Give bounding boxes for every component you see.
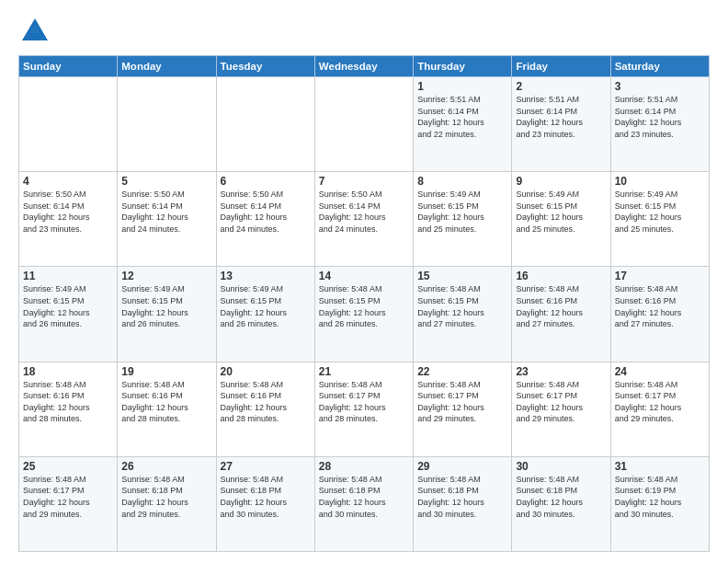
week-row-1: 1Sunrise: 5:51 AM Sunset: 6:14 PM Daylig…	[19, 77, 710, 172]
day-cell: 6Sunrise: 5:50 AM Sunset: 6:14 PM Daylig…	[216, 172, 314, 267]
day-info: Sunrise: 5:48 AM Sunset: 6:17 PM Dayligh…	[23, 474, 113, 520]
day-cell: 14Sunrise: 5:48 AM Sunset: 6:15 PM Dayli…	[314, 267, 413, 362]
day-cell: 11Sunrise: 5:49 AM Sunset: 6:15 PM Dayli…	[19, 267, 118, 362]
day-cell: 23Sunrise: 5:48 AM Sunset: 6:17 PM Dayli…	[512, 362, 610, 456]
day-number: 2	[516, 80, 606, 93]
day-number: 23	[516, 365, 606, 378]
day-number: 27	[221, 460, 311, 473]
day-number: 18	[23, 365, 113, 378]
day-info: Sunrise: 5:48 AM Sunset: 6:18 PM Dayligh…	[221, 474, 311, 520]
day-cell: 22Sunrise: 5:48 AM Sunset: 6:17 PM Dayli…	[414, 362, 512, 456]
day-number: 12	[121, 270, 211, 282]
week-row-5: 25Sunrise: 5:48 AM Sunset: 6:17 PM Dayli…	[19, 456, 710, 551]
day-number: 19	[121, 365, 211, 378]
calendar-body: 1Sunrise: 5:51 AM Sunset: 6:14 PM Daylig…	[19, 77, 710, 552]
day-cell: 27Sunrise: 5:48 AM Sunset: 6:18 PM Dayli…	[216, 456, 314, 551]
day-info: Sunrise: 5:48 AM Sunset: 6:16 PM Dayligh…	[516, 283, 606, 329]
logo-icon	[18, 15, 51, 48]
day-cell	[19, 77, 118, 172]
day-number: 7	[319, 175, 409, 188]
day-info: Sunrise: 5:48 AM Sunset: 6:15 PM Dayligh…	[417, 283, 507, 329]
day-number: 21	[319, 365, 409, 378]
day-info: Sunrise: 5:50 AM Sunset: 6:14 PM Dayligh…	[319, 189, 409, 235]
day-cell: 19Sunrise: 5:48 AM Sunset: 6:16 PM Dayli…	[118, 362, 216, 456]
day-number: 13	[221, 270, 311, 282]
day-info: Sunrise: 5:48 AM Sunset: 6:17 PM Dayligh…	[319, 379, 409, 425]
day-number: 26	[121, 460, 211, 473]
day-info: Sunrise: 5:49 AM Sunset: 6:15 PM Dayligh…	[615, 189, 705, 235]
day-cell: 8Sunrise: 5:49 AM Sunset: 6:15 PM Daylig…	[414, 172, 512, 267]
day-info: Sunrise: 5:49 AM Sunset: 6:15 PM Dayligh…	[121, 283, 211, 329]
day-info: Sunrise: 5:49 AM Sunset: 6:15 PM Dayligh…	[221, 283, 311, 329]
logo	[18, 15, 55, 48]
day-cell: 17Sunrise: 5:48 AM Sunset: 6:16 PM Dayli…	[610, 267, 709, 362]
day-cell: 4Sunrise: 5:50 AM Sunset: 6:14 PM Daylig…	[19, 172, 118, 267]
day-info: Sunrise: 5:48 AM Sunset: 6:16 PM Dayligh…	[121, 379, 211, 425]
day-cell: 12Sunrise: 5:49 AM Sunset: 6:15 PM Dayli…	[118, 267, 216, 362]
day-number: 8	[417, 175, 507, 188]
day-cell: 30Sunrise: 5:48 AM Sunset: 6:18 PM Dayli…	[512, 456, 610, 551]
day-info: Sunrise: 5:48 AM Sunset: 6:18 PM Dayligh…	[319, 474, 409, 520]
day-number: 5	[121, 175, 211, 188]
day-info: Sunrise: 5:49 AM Sunset: 6:15 PM Dayligh…	[516, 189, 606, 235]
day-info: Sunrise: 5:51 AM Sunset: 6:14 PM Dayligh…	[417, 94, 507, 140]
day-number: 30	[516, 460, 606, 473]
day-cell: 21Sunrise: 5:48 AM Sunset: 6:17 PM Dayli…	[314, 362, 413, 456]
day-cell	[216, 77, 314, 172]
day-info: Sunrise: 5:48 AM Sunset: 6:18 PM Dayligh…	[121, 474, 211, 520]
day-info: Sunrise: 5:49 AM Sunset: 6:15 PM Dayligh…	[23, 283, 113, 329]
day-cell: 3Sunrise: 5:51 AM Sunset: 6:14 PM Daylig…	[610, 77, 709, 172]
day-info: Sunrise: 5:49 AM Sunset: 6:15 PM Dayligh…	[417, 189, 507, 235]
calendar-header: SundayMondayTuesdayWednesdayThursdayFrid…	[19, 56, 710, 77]
day-cell: 28Sunrise: 5:48 AM Sunset: 6:18 PM Dayli…	[314, 456, 413, 551]
day-info: Sunrise: 5:50 AM Sunset: 6:14 PM Dayligh…	[121, 189, 211, 235]
day-cell: 2Sunrise: 5:51 AM Sunset: 6:14 PM Daylig…	[512, 77, 610, 172]
day-number: 16	[516, 270, 606, 282]
day-cell	[118, 77, 216, 172]
day-number: 28	[319, 460, 409, 473]
day-info: Sunrise: 5:48 AM Sunset: 6:17 PM Dayligh…	[615, 379, 705, 425]
day-info: Sunrise: 5:48 AM Sunset: 6:17 PM Dayligh…	[417, 379, 507, 425]
day-number: 3	[615, 80, 705, 93]
day-number: 22	[417, 365, 507, 378]
week-row-3: 11Sunrise: 5:49 AM Sunset: 6:15 PM Dayli…	[19, 267, 710, 362]
day-number: 17	[615, 270, 705, 282]
day-number: 14	[319, 270, 409, 282]
header	[18, 15, 710, 48]
day-cell: 1Sunrise: 5:51 AM Sunset: 6:14 PM Daylig…	[414, 77, 512, 172]
day-info: Sunrise: 5:48 AM Sunset: 6:17 PM Dayligh…	[516, 379, 606, 425]
day-info: Sunrise: 5:48 AM Sunset: 6:16 PM Dayligh…	[615, 283, 705, 329]
day-cell: 29Sunrise: 5:48 AM Sunset: 6:18 PM Dayli…	[414, 456, 512, 551]
day-cell: 13Sunrise: 5:49 AM Sunset: 6:15 PM Dayli…	[216, 267, 314, 362]
day-cell: 24Sunrise: 5:48 AM Sunset: 6:17 PM Dayli…	[610, 362, 709, 456]
day-number: 1	[417, 80, 507, 93]
header-cell-monday: Monday	[118, 56, 216, 77]
day-number: 25	[23, 460, 113, 473]
day-number: 4	[23, 175, 113, 188]
day-number: 15	[417, 270, 507, 282]
day-cell: 15Sunrise: 5:48 AM Sunset: 6:15 PM Dayli…	[414, 267, 512, 362]
day-number: 24	[615, 365, 705, 378]
day-cell: 31Sunrise: 5:48 AM Sunset: 6:19 PM Dayli…	[610, 456, 709, 551]
day-cell: 16Sunrise: 5:48 AM Sunset: 6:16 PM Dayli…	[512, 267, 610, 362]
header-cell-friday: Friday	[512, 56, 610, 77]
header-cell-thursday: Thursday	[414, 56, 512, 77]
day-info: Sunrise: 5:51 AM Sunset: 6:14 PM Dayligh…	[516, 94, 606, 140]
day-info: Sunrise: 5:48 AM Sunset: 6:19 PM Dayligh…	[615, 474, 705, 520]
day-info: Sunrise: 5:48 AM Sunset: 6:18 PM Dayligh…	[516, 474, 606, 520]
day-number: 11	[23, 270, 113, 282]
day-cell: 18Sunrise: 5:48 AM Sunset: 6:16 PM Dayli…	[19, 362, 118, 456]
header-cell-sunday: Sunday	[19, 56, 118, 77]
week-row-2: 4Sunrise: 5:50 AM Sunset: 6:14 PM Daylig…	[19, 172, 710, 267]
day-cell: 26Sunrise: 5:48 AM Sunset: 6:18 PM Dayli…	[118, 456, 216, 551]
day-cell	[314, 77, 413, 172]
day-number: 31	[615, 460, 705, 473]
day-number: 9	[516, 175, 606, 188]
day-info: Sunrise: 5:50 AM Sunset: 6:14 PM Dayligh…	[23, 189, 113, 235]
day-cell: 7Sunrise: 5:50 AM Sunset: 6:14 PM Daylig…	[314, 172, 413, 267]
day-number: 29	[417, 460, 507, 473]
day-info: Sunrise: 5:51 AM Sunset: 6:14 PM Dayligh…	[615, 94, 705, 140]
day-number: 6	[221, 175, 311, 188]
day-number: 20	[221, 365, 311, 378]
day-number: 10	[615, 175, 705, 188]
